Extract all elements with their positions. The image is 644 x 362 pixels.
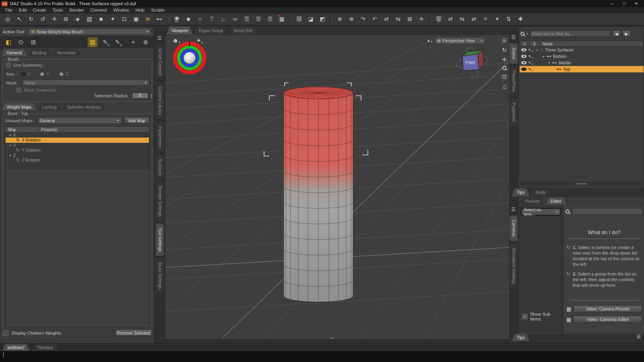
filter-next-button[interactable]: ▶	[622, 30, 631, 37]
viewport-tab[interactable]: Figure Setup	[194, 27, 228, 35]
select-item-dropdown[interactable]: Select an Item... ▼	[521, 208, 561, 216]
dock-tab[interactable]: Tool Settings	[156, 224, 164, 256]
camera-view-dropdown[interactable]: ⊞ Perspective View ▼	[435, 37, 485, 44]
scene-node-row[interactable]: ↖✓ ▼ ⊷ Bottom	[520, 53, 644, 60]
stand-icon[interactable]: ⌖	[128, 37, 138, 47]
remove-selected-button[interactable]: Remove Selected	[115, 329, 152, 336]
toolbar-icon[interactable]: ⇄	[381, 14, 392, 25]
panel-tab[interactable]: Tips	[512, 188, 529, 196]
brush-tab[interactable]: Normalize	[52, 49, 80, 56]
toolbar-icon[interactable]: ✦	[492, 14, 502, 25]
toolbar-icon[interactable]: ⊡	[119, 14, 130, 25]
expander-icon[interactable]: ▼	[9, 154, 12, 157]
brush-s-icon[interactable]: ✎S	[113, 37, 122, 47]
cursor-check-icon[interactable]: ↖✓	[528, 47, 534, 53]
property-column-header[interactable]: Property	[39, 127, 57, 132]
bottom-tab[interactable]: aniMate2	[2, 344, 29, 351]
video-camera-presets-button[interactable]: Video: Camera Presets	[574, 305, 642, 313]
pane-options-icon[interactable]: ☰	[157, 35, 162, 41]
toolbar-icon[interactable]: ☻	[183, 14, 194, 25]
toolbar-icon[interactable]: ☀	[416, 14, 427, 25]
gyro-icon[interactable]: ⊕	[141, 37, 151, 47]
eye-icon[interactable]	[521, 68, 526, 71]
menu-item[interactable]: Window	[110, 8, 132, 12]
active-tool-dropdown[interactable]: ≋ Node Weight Map Brush ▼	[29, 28, 151, 35]
expander-icon[interactable]: ▼	[9, 134, 12, 137]
toolbar-icon[interactable]: ⇄	[469, 14, 479, 25]
mask-dropdown[interactable]: None ▼	[22, 80, 149, 86]
scene-node-row-selected[interactable]: ↖✓ ⊷ Top	[520, 66, 644, 72]
add-map-button[interactable]: Add Map	[124, 117, 149, 124]
toolbar-icon[interactable]: ☰	[265, 14, 275, 25]
toolbar-icon[interactable]: ▦	[277, 14, 287, 25]
filter-prev-button[interactable]: ◀	[612, 30, 621, 37]
show-sub-items-checkbox[interactable]: ✓	[522, 314, 528, 319]
node-column-header[interactable]: Node	[539, 41, 553, 46]
video-cameras-editor-button[interactable]: Video: Cameras Editor	[574, 316, 642, 323]
dock-tab[interactable]: Simulation Settings	[510, 244, 518, 288]
toolbar-icon[interactable]: ∟	[218, 14, 229, 25]
toolbar-icon[interactable]: ↻	[26, 14, 36, 25]
orbit-icon[interactable]: ↻	[502, 47, 507, 53]
toolbar-icon[interactable]: ⊕	[334, 14, 345, 25]
map-group-row[interactable]: ▼X	[6, 133, 149, 138]
pin-selector-icon[interactable]: ✦▾	[196, 37, 202, 44]
chevron-down-icon[interactable]: ▼	[526, 33, 528, 35]
cursor-check-icon[interactable]: ↖✓	[528, 54, 534, 59]
viewport-collapse-handle[interactable]: ▴▴	[330, 336, 334, 339]
toolbar-icon[interactable]: ≋	[142, 14, 153, 25]
toolbar-icon[interactable]	[429, 15, 431, 24]
toolbar-icon[interactable]	[330, 15, 332, 24]
eye-icon[interactable]	[521, 55, 526, 58]
menu-item[interactable]: Connect	[88, 8, 110, 12]
eye-icon[interactable]	[521, 48, 526, 51]
menu-item[interactable]: Scripts	[148, 8, 167, 12]
map-row[interactable]: ↻Y Rotation	[6, 148, 149, 153]
expander-icon[interactable]: ▼	[542, 55, 545, 58]
toolbar-icon[interactable]: ◪	[305, 14, 316, 25]
toolbar-icon[interactable]: ⇆	[393, 14, 403, 25]
pane-options-icon[interactable]: ☰	[502, 38, 507, 43]
menu-item[interactable]: File	[2, 8, 15, 12]
toolbar-icon[interactable]: ◉ALL	[171, 14, 182, 25]
toolbar-icon[interactable]: ▧	[84, 14, 95, 25]
toolbar-icon[interactable]: ▣	[131, 14, 141, 25]
viewport-tab[interactable]: Script IDE	[229, 27, 258, 35]
brush-tab[interactable]: Binding	[27, 49, 51, 56]
menu-item[interactable]: Tools	[50, 8, 66, 12]
panel-tab[interactable]: Node	[530, 188, 550, 196]
panel-tab[interactable]: Editor	[546, 197, 566, 205]
display-children-checkbox[interactable]	[3, 330, 8, 336]
brush-p-icon[interactable]: ✎P	[100, 37, 110, 47]
panel-tab[interactable]: Presets	[520, 197, 545, 205]
toolbar-icon[interactable]: ✛	[49, 14, 60, 25]
toolbar-icon[interactable]: ↖	[14, 14, 25, 25]
paint-brush-icon[interactable]: ▨	[88, 37, 97, 47]
unused-maps-dropdown[interactable]: General ▼	[37, 117, 122, 124]
toolbar-icon[interactable]: ⊷	[154, 14, 165, 25]
toolbar-icon[interactable]: ✚	[515, 14, 526, 25]
visibility-column-header[interactable]: V	[520, 41, 530, 46]
selection-radius-value[interactable]: 5	[132, 93, 148, 99]
weight-maps-tab[interactable]: Locking	[37, 103, 61, 110]
toolbar-icon[interactable]: ☰	[253, 14, 264, 25]
toolbar-icon[interactable]: ◎	[2, 14, 13, 25]
expander-icon[interactable]: ▼	[536, 49, 539, 51]
dock-tab[interactable]: Cameras	[510, 216, 518, 241]
toolbar-icon[interactable]	[167, 15, 169, 24]
editor-search-input[interactable]	[572, 208, 643, 215]
menu-item[interactable]: Render	[66, 8, 87, 12]
menu-item[interactable]: Help	[133, 8, 148, 12]
dock-tab[interactable]: Puppeteer	[510, 99, 518, 126]
pane-options-icon[interactable]: ☰	[511, 207, 516, 212]
brush-tab[interactable]: General	[2, 49, 27, 56]
minimize-button[interactable]: –	[606, 0, 618, 7]
dock-tab[interactable]: Draw Settings	[156, 259, 164, 293]
bottom-tab[interactable]: Timeline	[33, 344, 58, 351]
pan-icon[interactable]: ✛	[502, 56, 507, 63]
cursor-check-icon[interactable]: ↖✓	[528, 67, 534, 72]
dock-tab[interactable]: Content Library	[156, 82, 164, 119]
toolbar-icon[interactable]: ⊤	[206, 14, 217, 25]
weight-maps-tab[interactable]: Selection Analysis	[62, 103, 106, 110]
toolbar-icon[interactable]: ◩	[317, 14, 328, 25]
